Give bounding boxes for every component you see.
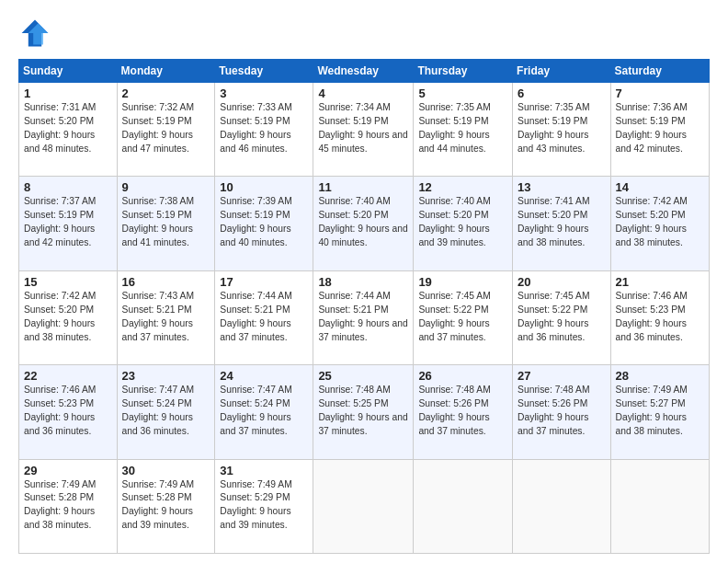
- day-number: 18: [318, 275, 408, 289]
- day-number: 29: [24, 464, 112, 477]
- day-number: 10: [220, 180, 308, 194]
- day-info: Sunrise: 7:48 AMSunset: 5:26 PMDaylight:…: [518, 385, 589, 436]
- calendar-cell: 17 Sunrise: 7:44 AMSunset: 5:21 PMDaylig…: [215, 270, 313, 364]
- calendar-cell: 28 Sunrise: 7:49 AMSunset: 5:27 PMDaylig…: [610, 365, 709, 459]
- calendar-cell: 7 Sunrise: 7:36 AMSunset: 5:19 PMDayligh…: [610, 83, 709, 177]
- header: [18, 17, 710, 50]
- day-number: 7: [616, 86, 704, 100]
- calendar-cell: 4 Sunrise: 7:34 AMSunset: 5:19 PMDayligh…: [313, 83, 414, 177]
- day-info: Sunrise: 7:46 AMSunset: 5:23 PMDaylight:…: [24, 385, 96, 436]
- day-number: 28: [616, 369, 704, 383]
- calendar-cell: 9 Sunrise: 7:38 AMSunset: 5:19 PMDayligh…: [117, 177, 215, 270]
- calendar-header: SundayMondayTuesdayWednesdayThursdayFrid…: [19, 60, 710, 83]
- day-number: 2: [122, 86, 210, 100]
- calendar-cell: 8 Sunrise: 7:37 AMSunset: 5:19 PMDayligh…: [19, 177, 118, 270]
- day-info: Sunrise: 7:38 AMSunset: 5:19 PMDaylight:…: [122, 196, 194, 247]
- day-number: 14: [616, 180, 704, 194]
- weekday-header: Thursday: [414, 60, 513, 83]
- day-info: Sunrise: 7:43 AMSunset: 5:21 PMDaylight:…: [122, 291, 194, 342]
- weekday-header: Monday: [117, 60, 215, 83]
- day-info: Sunrise: 7:47 AMSunset: 5:24 PMDaylight:…: [122, 385, 194, 436]
- calendar-cell: 16 Sunrise: 7:43 AMSunset: 5:21 PMDaylig…: [117, 270, 215, 364]
- day-info: Sunrise: 7:36 AMSunset: 5:19 PMDaylight:…: [616, 102, 688, 154]
- page: SundayMondayTuesdayWednesdayThursdayFrid…: [0, 0, 728, 563]
- day-info: Sunrise: 7:40 AMSunset: 5:20 PMDaylight:…: [318, 196, 407, 247]
- day-info: Sunrise: 7:35 AMSunset: 5:19 PMDaylight:…: [518, 102, 589, 154]
- day-info: Sunrise: 7:42 AMSunset: 5:20 PMDaylight:…: [24, 291, 96, 342]
- day-info: Sunrise: 7:45 AMSunset: 5:22 PMDaylight:…: [418, 291, 490, 342]
- calendar-cell: 26 Sunrise: 7:48 AMSunset: 5:26 PMDaylig…: [414, 365, 513, 459]
- calendar-cell: 11 Sunrise: 7:40 AMSunset: 5:20 PMDaylig…: [313, 177, 414, 270]
- day-number: 24: [220, 369, 308, 383]
- calendar-cell: [610, 459, 709, 553]
- calendar-week: 1 Sunrise: 7:31 AMSunset: 5:20 PMDayligh…: [19, 83, 710, 177]
- day-number: 12: [418, 180, 507, 194]
- calendar-cell: 24 Sunrise: 7:47 AMSunset: 5:24 PMDaylig…: [215, 365, 313, 459]
- day-number: 23: [122, 369, 210, 383]
- weekday-header: Wednesday: [313, 60, 414, 83]
- calendar-cell: 23 Sunrise: 7:47 AMSunset: 5:24 PMDaylig…: [117, 365, 215, 459]
- day-info: Sunrise: 7:49 AMSunset: 5:27 PMDaylight:…: [616, 385, 688, 436]
- calendar-week: 8 Sunrise: 7:37 AMSunset: 5:19 PMDayligh…: [19, 177, 710, 270]
- day-info: Sunrise: 7:39 AMSunset: 5:19 PMDaylight:…: [220, 196, 291, 247]
- calendar-cell: 1 Sunrise: 7:31 AMSunset: 5:20 PMDayligh…: [19, 83, 118, 177]
- day-number: 31: [220, 464, 308, 477]
- calendar-cell: [513, 459, 610, 553]
- calendar-cell: 15 Sunrise: 7:42 AMSunset: 5:20 PMDaylig…: [19, 270, 118, 364]
- calendar-cell: [313, 459, 414, 553]
- day-info: Sunrise: 7:48 AMSunset: 5:26 PMDaylight:…: [418, 385, 490, 436]
- day-number: 30: [122, 464, 210, 477]
- calendar-cell: 18 Sunrise: 7:44 AMSunset: 5:21 PMDaylig…: [313, 270, 414, 364]
- weekday-header: Sunday: [19, 60, 118, 83]
- day-info: Sunrise: 7:34 AMSunset: 5:19 PMDaylight:…: [318, 102, 407, 154]
- day-number: 13: [518, 180, 605, 194]
- day-info: Sunrise: 7:48 AMSunset: 5:25 PMDaylight:…: [318, 385, 407, 436]
- day-number: 27: [518, 369, 605, 383]
- day-number: 15: [24, 275, 112, 289]
- weekday-header: Tuesday: [215, 60, 313, 83]
- calendar-body: 1 Sunrise: 7:31 AMSunset: 5:20 PMDayligh…: [19, 83, 710, 554]
- calendar-cell: 5 Sunrise: 7:35 AMSunset: 5:19 PMDayligh…: [414, 83, 513, 177]
- calendar-cell: 19 Sunrise: 7:45 AMSunset: 5:22 PMDaylig…: [414, 270, 513, 364]
- day-info: Sunrise: 7:44 AMSunset: 5:21 PMDaylight:…: [318, 291, 407, 342]
- calendar-cell: 2 Sunrise: 7:32 AMSunset: 5:19 PMDayligh…: [117, 83, 215, 177]
- calendar-cell: 27 Sunrise: 7:48 AMSunset: 5:26 PMDaylig…: [513, 365, 610, 459]
- weekday-header: Saturday: [610, 60, 709, 83]
- calendar-cell: 6 Sunrise: 7:35 AMSunset: 5:19 PMDayligh…: [513, 83, 610, 177]
- day-number: 20: [518, 275, 605, 289]
- calendar-cell: 12 Sunrise: 7:40 AMSunset: 5:20 PMDaylig…: [414, 177, 513, 270]
- day-info: Sunrise: 7:35 AMSunset: 5:19 PMDaylight:…: [418, 102, 490, 154]
- calendar-cell: 29 Sunrise: 7:49 AMSunset: 5:28 PMDaylig…: [19, 459, 118, 553]
- calendar-cell: 25 Sunrise: 7:48 AMSunset: 5:25 PMDaylig…: [313, 365, 414, 459]
- day-number: 26: [418, 369, 507, 383]
- day-number: 3: [220, 86, 308, 100]
- day-number: 11: [318, 180, 408, 194]
- calendar-cell: 10 Sunrise: 7:39 AMSunset: 5:19 PMDaylig…: [215, 177, 313, 270]
- calendar-week: 15 Sunrise: 7:42 AMSunset: 5:20 PMDaylig…: [19, 270, 710, 364]
- day-info: Sunrise: 7:31 AMSunset: 5:20 PMDaylight:…: [24, 102, 96, 154]
- day-number: 4: [318, 86, 408, 100]
- calendar-cell: 14 Sunrise: 7:42 AMSunset: 5:20 PMDaylig…: [610, 177, 709, 270]
- day-number: 25: [318, 369, 408, 383]
- day-number: 8: [24, 180, 112, 194]
- calendar-cell: 3 Sunrise: 7:33 AMSunset: 5:19 PMDayligh…: [215, 83, 313, 177]
- weekday-row: SundayMondayTuesdayWednesdayThursdayFrid…: [19, 60, 710, 83]
- logo-icon: [18, 17, 51, 50]
- calendar-cell: 31 Sunrise: 7:49 AMSunset: 5:29 PMDaylig…: [215, 459, 313, 553]
- day-number: 1: [24, 86, 112, 100]
- logo: [18, 17, 55, 50]
- day-info: Sunrise: 7:32 AMSunset: 5:19 PMDaylight:…: [122, 102, 194, 154]
- calendar-week: 29 Sunrise: 7:49 AMSunset: 5:28 PMDaylig…: [19, 459, 710, 553]
- day-info: Sunrise: 7:37 AMSunset: 5:19 PMDaylight:…: [24, 196, 96, 247]
- day-number: 16: [122, 275, 210, 289]
- day-number: 19: [418, 275, 507, 289]
- day-info: Sunrise: 7:33 AMSunset: 5:19 PMDaylight:…: [220, 102, 291, 154]
- day-info: Sunrise: 7:46 AMSunset: 5:23 PMDaylight:…: [616, 291, 688, 342]
- day-info: Sunrise: 7:47 AMSunset: 5:24 PMDaylight:…: [220, 385, 291, 436]
- day-info: Sunrise: 7:41 AMSunset: 5:20 PMDaylight:…: [518, 196, 589, 247]
- calendar-cell: [414, 459, 513, 553]
- calendar-cell: 21 Sunrise: 7:46 AMSunset: 5:23 PMDaylig…: [610, 270, 709, 364]
- day-number: 6: [518, 86, 605, 100]
- calendar-cell: 13 Sunrise: 7:41 AMSunset: 5:20 PMDaylig…: [513, 177, 610, 270]
- day-info: Sunrise: 7:49 AMSunset: 5:28 PMDaylight:…: [122, 479, 194, 531]
